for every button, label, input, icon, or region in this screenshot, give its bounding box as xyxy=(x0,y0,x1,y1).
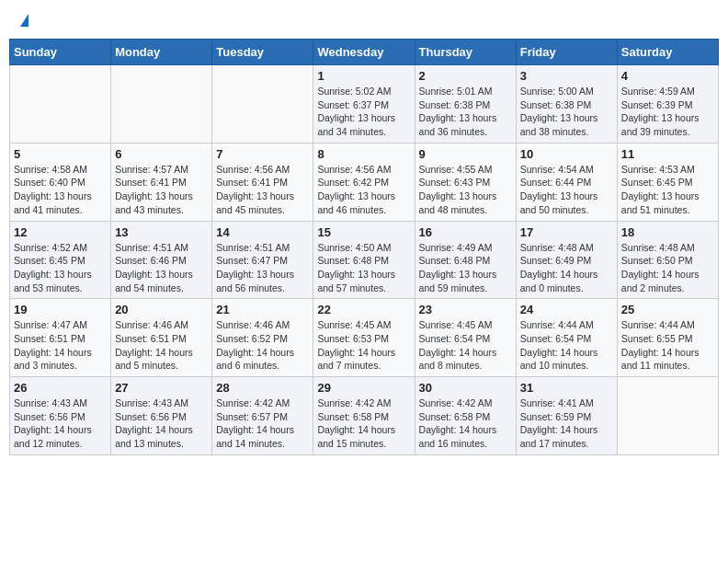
day-info: Sunrise: 4:51 AM Sunset: 6:47 PM Dayligh… xyxy=(216,241,309,295)
calendar-cell: 1Sunrise: 5:02 AM Sunset: 6:37 PM Daylig… xyxy=(313,65,415,144)
day-info: Sunrise: 4:42 AM Sunset: 6:58 PM Dayligh… xyxy=(317,396,410,451)
day-info: Sunrise: 4:41 AM Sunset: 6:59 PM Dayligh… xyxy=(520,396,613,451)
calendar-cell xyxy=(10,65,111,144)
calendar-cell: 3Sunrise: 5:00 AM Sunset: 6:38 PM Daylig… xyxy=(516,65,617,144)
day-header-thursday: Thursday xyxy=(415,40,516,65)
calendar-cell: 16Sunrise: 4:49 AM Sunset: 6:48 PM Dayli… xyxy=(415,221,516,299)
calendar-cell: 4Sunrise: 4:59 AM Sunset: 6:39 PM Daylig… xyxy=(617,65,718,144)
calendar-cell: 22Sunrise: 4:45 AM Sunset: 6:53 PM Dayli… xyxy=(313,299,415,377)
calendar-cell: 9Sunrise: 4:55 AM Sunset: 6:43 PM Daylig… xyxy=(415,143,516,221)
calendar-cell: 31Sunrise: 4:41 AM Sunset: 6:59 PM Dayli… xyxy=(516,377,617,455)
day-info: Sunrise: 4:42 AM Sunset: 6:58 PM Dayligh… xyxy=(419,396,512,451)
day-info: Sunrise: 4:46 AM Sunset: 6:52 PM Dayligh… xyxy=(216,318,309,373)
day-number: 8 xyxy=(317,147,410,161)
calendar-cell: 18Sunrise: 4:48 AM Sunset: 6:50 PM Dayli… xyxy=(617,221,718,299)
calendar-cell: 10Sunrise: 4:54 AM Sunset: 6:44 PM Dayli… xyxy=(516,143,617,221)
day-info: Sunrise: 4:45 AM Sunset: 6:53 PM Dayligh… xyxy=(317,318,410,373)
day-number: 6 xyxy=(115,147,208,161)
day-number: 9 xyxy=(419,147,512,161)
calendar-week-row: 12Sunrise: 4:52 AM Sunset: 6:45 PM Dayli… xyxy=(10,221,719,299)
day-number: 16 xyxy=(419,225,512,239)
day-info: Sunrise: 4:52 AM Sunset: 6:45 PM Dayligh… xyxy=(14,241,107,295)
day-info: Sunrise: 4:59 AM Sunset: 6:39 PM Dayligh… xyxy=(621,85,714,139)
calendar-cell: 28Sunrise: 4:42 AM Sunset: 6:57 PM Dayli… xyxy=(212,377,313,455)
calendar-cell: 21Sunrise: 4:46 AM Sunset: 6:52 PM Dayli… xyxy=(212,299,313,377)
day-number: 18 xyxy=(621,225,714,239)
day-info: Sunrise: 4:45 AM Sunset: 6:54 PM Dayligh… xyxy=(419,318,512,373)
calendar-cell: 14Sunrise: 4:51 AM Sunset: 6:47 PM Dayli… xyxy=(212,221,313,299)
calendar-cell: 30Sunrise: 4:42 AM Sunset: 6:58 PM Dayli… xyxy=(415,377,516,455)
calendar-cell xyxy=(212,65,313,144)
day-number: 25 xyxy=(621,303,714,316)
day-info: Sunrise: 4:46 AM Sunset: 6:51 PM Dayligh… xyxy=(115,318,208,373)
day-info: Sunrise: 4:42 AM Sunset: 6:57 PM Dayligh… xyxy=(216,396,309,451)
day-number: 1 xyxy=(317,69,410,83)
calendar-cell: 26Sunrise: 4:43 AM Sunset: 6:56 PM Dayli… xyxy=(10,377,111,455)
day-header-wednesday: Wednesday xyxy=(313,40,415,65)
day-info: Sunrise: 4:43 AM Sunset: 6:56 PM Dayligh… xyxy=(115,396,208,451)
day-info: Sunrise: 4:57 AM Sunset: 6:41 PM Dayligh… xyxy=(115,163,208,217)
calendar-cell: 27Sunrise: 4:43 AM Sunset: 6:56 PM Dayli… xyxy=(111,377,212,455)
day-number: 20 xyxy=(115,303,208,316)
day-number: 5 xyxy=(14,147,107,161)
day-number: 28 xyxy=(216,381,309,395)
calendar-cell: 24Sunrise: 4:44 AM Sunset: 6:54 PM Dayli… xyxy=(516,299,617,377)
calendar-cell: 13Sunrise: 4:51 AM Sunset: 6:46 PM Dayli… xyxy=(111,221,212,299)
day-info: Sunrise: 4:54 AM Sunset: 6:44 PM Dayligh… xyxy=(520,163,613,217)
calendar-cell: 7Sunrise: 4:56 AM Sunset: 6:41 PM Daylig… xyxy=(212,143,313,221)
day-info: Sunrise: 4:47 AM Sunset: 6:51 PM Dayligh… xyxy=(14,318,107,373)
day-number: 26 xyxy=(14,381,107,395)
day-info: Sunrise: 4:55 AM Sunset: 6:43 PM Dayligh… xyxy=(419,163,512,217)
calendar-week-row: 19Sunrise: 4:47 AM Sunset: 6:51 PM Dayli… xyxy=(10,299,719,377)
day-number: 23 xyxy=(419,303,512,316)
calendar-cell: 8Sunrise: 4:56 AM Sunset: 6:42 PM Daylig… xyxy=(313,143,415,221)
page-header xyxy=(9,9,719,29)
day-info: Sunrise: 4:48 AM Sunset: 6:49 PM Dayligh… xyxy=(520,241,613,295)
day-info: Sunrise: 4:48 AM Sunset: 6:50 PM Dayligh… xyxy=(621,241,714,295)
calendar-cell: 2Sunrise: 5:01 AM Sunset: 6:38 PM Daylig… xyxy=(415,65,516,144)
calendar-cell: 5Sunrise: 4:58 AM Sunset: 6:40 PM Daylig… xyxy=(10,143,111,221)
day-number: 22 xyxy=(317,303,410,316)
calendar-cell: 15Sunrise: 4:50 AM Sunset: 6:48 PM Dayli… xyxy=(313,221,415,299)
day-info: Sunrise: 5:00 AM Sunset: 6:38 PM Dayligh… xyxy=(520,85,613,139)
day-header-friday: Friday xyxy=(516,40,617,65)
day-info: Sunrise: 4:51 AM Sunset: 6:46 PM Dayligh… xyxy=(115,241,208,295)
day-header-sunday: Sunday xyxy=(10,40,111,65)
calendar-cell: 11Sunrise: 4:53 AM Sunset: 6:45 PM Dayli… xyxy=(617,143,718,221)
day-info: Sunrise: 4:56 AM Sunset: 6:41 PM Dayligh… xyxy=(216,163,309,217)
day-info: Sunrise: 4:50 AM Sunset: 6:48 PM Dayligh… xyxy=(317,241,410,295)
calendar-cell: 20Sunrise: 4:46 AM Sunset: 6:51 PM Dayli… xyxy=(111,299,212,377)
day-number: 11 xyxy=(621,147,714,161)
day-number: 21 xyxy=(216,303,309,316)
logo xyxy=(18,14,28,25)
day-number: 13 xyxy=(115,225,208,239)
day-number: 17 xyxy=(520,225,613,239)
day-number: 7 xyxy=(216,147,309,161)
calendar-cell: 6Sunrise: 4:57 AM Sunset: 6:41 PM Daylig… xyxy=(111,143,212,221)
logo-triangle-icon xyxy=(20,14,28,27)
day-number: 10 xyxy=(520,147,613,161)
day-header-saturday: Saturday xyxy=(617,40,718,65)
calendar-cell: 29Sunrise: 4:42 AM Sunset: 6:58 PM Dayli… xyxy=(313,377,415,455)
calendar-cell: 17Sunrise: 4:48 AM Sunset: 6:49 PM Dayli… xyxy=(516,221,617,299)
day-number: 3 xyxy=(520,69,613,83)
day-number: 27 xyxy=(115,381,208,395)
day-number: 30 xyxy=(419,381,512,395)
calendar-table: SundayMondayTuesdayWednesdayThursdayFrid… xyxy=(9,39,719,455)
calendar-cell: 25Sunrise: 4:44 AM Sunset: 6:55 PM Dayli… xyxy=(617,299,718,377)
day-info: Sunrise: 5:01 AM Sunset: 6:38 PM Dayligh… xyxy=(419,85,512,139)
day-info: Sunrise: 4:49 AM Sunset: 6:48 PM Dayligh… xyxy=(419,241,512,295)
calendar-cell xyxy=(617,377,718,455)
day-number: 19 xyxy=(14,303,107,316)
calendar-cell: 12Sunrise: 4:52 AM Sunset: 6:45 PM Dayli… xyxy=(10,221,111,299)
day-info: Sunrise: 4:44 AM Sunset: 6:55 PM Dayligh… xyxy=(621,318,714,373)
day-number: 24 xyxy=(520,303,613,316)
day-number: 29 xyxy=(317,381,410,395)
day-number: 4 xyxy=(621,69,714,83)
calendar-cell: 19Sunrise: 4:47 AM Sunset: 6:51 PM Dayli… xyxy=(10,299,111,377)
day-info: Sunrise: 4:53 AM Sunset: 6:45 PM Dayligh… xyxy=(621,163,714,217)
calendar-cell: 23Sunrise: 4:45 AM Sunset: 6:54 PM Dayli… xyxy=(415,299,516,377)
day-number: 12 xyxy=(14,225,107,239)
day-number: 2 xyxy=(419,69,512,83)
day-header-tuesday: Tuesday xyxy=(212,40,313,65)
